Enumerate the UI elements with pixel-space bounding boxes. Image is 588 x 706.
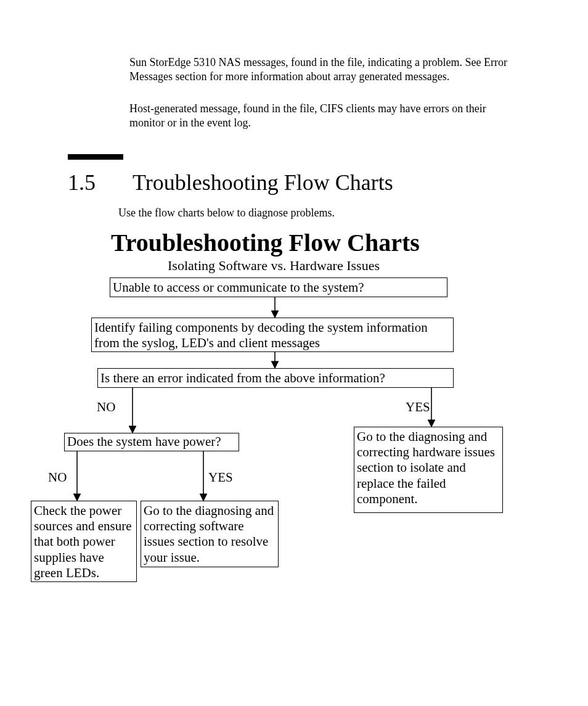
page: Sun StorEdge 5310 NAS messages, found in…: [0, 0, 588, 706]
section-intro: Use the flow charts below to diagnose pr…: [118, 207, 335, 220]
flowchart-title: Troubleshooting Flow Charts: [111, 228, 420, 257]
box-question-error: Is there an error indicated from the abo…: [97, 368, 454, 388]
flowchart-subtitle: Isolating Software vs. Hardware Issues: [168, 258, 380, 274]
label-yes-1: YES: [406, 400, 430, 415]
label-yes-2: YES: [208, 470, 233, 485]
section-title: Troubleshooting Flow Charts: [133, 170, 393, 195]
box-hardware-action: Go to the diagnosing and correcting hard…: [354, 427, 503, 513]
paragraph-messages-1: Sun StorEdge 5310 NAS messages, found in…: [129, 55, 512, 84]
section-number: 1.5: [68, 170, 96, 195]
paragraph-messages-2: Host-generated message, found in the fil…: [129, 102, 518, 130]
box-software-action: Go to the diagnosing and correcting soft…: [141, 501, 279, 567]
section-rule: [68, 154, 123, 160]
label-no-1: NO: [97, 400, 115, 415]
label-no-2: NO: [48, 470, 67, 485]
box-question-power: Does the system have power?: [64, 433, 239, 451]
box-identify: Identify failing components by decoding …: [91, 318, 454, 352]
box-question-access: Unable to access or communicate to the s…: [110, 277, 447, 297]
box-power-action: Check the power sources and ensure that …: [31, 501, 137, 582]
